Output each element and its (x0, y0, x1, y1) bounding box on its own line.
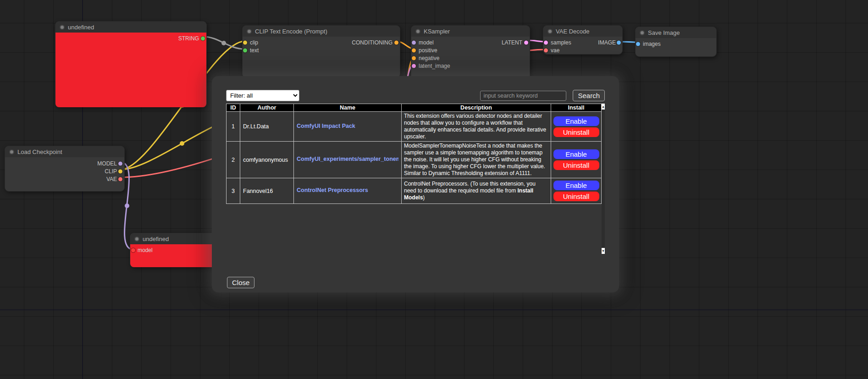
input-slot-label: latent_image (419, 63, 450, 69)
ext-description-text: ) (423, 194, 425, 201)
wire-midpoint-dot (221, 41, 226, 45)
collapse-dot-icon[interactable] (547, 29, 553, 34)
ext-id: 1 (227, 112, 240, 142)
wire-midpoint-dot (125, 203, 129, 208)
extension-row: 1 Dr.Lt.Data ComfyUI Impact Pack This ex… (227, 112, 602, 142)
node-error-body: STRING (55, 33, 206, 107)
node-title-bar[interactable]: undefined (55, 22, 206, 33)
model-output-slot[interactable] (118, 161, 122, 165)
node-save-image[interactable]: Save Image images filename_prefix ComfyU… (635, 27, 717, 57)
string-output-slot[interactable] (201, 36, 205, 40)
node-title-bar[interactable]: Load Checkpoint (5, 146, 124, 157)
images-input-slot[interactable] (636, 42, 640, 46)
custom-nodes-manager-dialog: Filter: all Search ID Author Name Descri… (212, 76, 619, 292)
node-title-bar[interactable]: CLIP Text Encode (Prompt) (243, 26, 400, 37)
model-input-slot[interactable] (412, 40, 416, 44)
input-slot-label: model (138, 247, 153, 253)
table-header-row: ID Author Name Description Install (227, 104, 602, 112)
table-scrollbar[interactable]: ▲ ▼ (602, 104, 605, 254)
collapse-dot-icon[interactable] (247, 29, 252, 34)
filter-select[interactable]: Filter: all (226, 90, 299, 101)
uninstall-button[interactable]: Uninstall (553, 127, 599, 137)
node-title-bar[interactable]: KSampler (411, 26, 530, 37)
output-slot-label: VAE (106, 176, 117, 182)
input-slot-label: images (643, 41, 661, 47)
node-undefined-bottom[interactable]: undefined model (130, 233, 221, 267)
collapse-dot-icon[interactable] (640, 30, 645, 35)
search-button[interactable]: Search (573, 90, 605, 101)
ext-name-link[interactable]: ControlNet Preprocessors (297, 187, 368, 193)
extensions-table-zone: ID Author Name Description Install 1 Dr.… (226, 104, 605, 254)
output-slot-label: CONDITIONING (352, 39, 400, 46)
node-vae-decode[interactable]: VAE Decode samples IMAGE vae (543, 25, 623, 55)
node-title-text: undefined (68, 24, 94, 31)
ext-description: This extension offers various detector n… (402, 112, 551, 142)
col-header-author: Author (240, 104, 294, 112)
node-title-bar[interactable]: Save Image (636, 27, 716, 38)
clip-input-slot[interactable] (243, 40, 247, 44)
node-title-text: KSampler (424, 28, 450, 35)
collapse-dot-icon[interactable] (9, 149, 14, 154)
vae-output-slot[interactable] (118, 177, 122, 181)
collapse-dot-icon[interactable] (415, 29, 420, 34)
node-title-text: VAE Decode (556, 28, 589, 35)
input-slot-label: positive (419, 47, 437, 54)
vae-input-slot[interactable] (544, 48, 548, 52)
latent-output-slot[interactable] (524, 40, 528, 44)
node-title-text: Load Checkpoint (17, 148, 62, 155)
positive-input-slot[interactable] (412, 48, 416, 52)
uninstall-button[interactable]: Uninstall (553, 192, 599, 201)
node-title-text: undefined (143, 236, 169, 242)
node-title-text: Save Image (648, 29, 680, 36)
output-slot-label: STRING (178, 35, 199, 42)
model-input-slot[interactable] (131, 248, 135, 252)
samples-input-slot[interactable] (544, 40, 548, 44)
image-output-slot[interactable] (617, 40, 621, 44)
node-clip-text-encode[interactable]: CLIP Text Encode (Prompt) clip CONDITION… (242, 25, 400, 78)
node-load-checkpoint[interactable]: Load Checkpoint MODEL CLIP VAE ◀ ckpt_na… (5, 146, 125, 192)
conditioning-output-slot[interactable] (394, 40, 398, 44)
col-header-install: Install (551, 104, 602, 112)
ext-description: ControlNet Preprocessors. (To use this e… (402, 178, 551, 204)
input-slot-label: model (419, 39, 434, 46)
node-error-body: model (130, 244, 221, 267)
close-button[interactable]: Close (227, 277, 254, 288)
scroll-down-icon[interactable]: ▼ (602, 248, 605, 254)
output-slot-label: MODEL (97, 160, 117, 167)
negative-input-slot[interactable] (412, 56, 416, 60)
input-slot-label: vae (551, 47, 559, 54)
latent-image-input-slot[interactable] (412, 64, 416, 68)
text-input-slot[interactable] (243, 48, 247, 52)
enable-button[interactable]: Enable (553, 149, 599, 159)
uninstall-button[interactable]: Uninstall (553, 160, 599, 170)
node-undefined-top[interactable]: undefined STRING (55, 21, 207, 107)
scrollbar-thumb[interactable] (602, 110, 605, 248)
ext-author: comfyanonymous (240, 142, 294, 178)
collapse-dot-icon[interactable] (134, 236, 139, 242)
ext-author: Dr.Lt.Data (240, 112, 294, 142)
col-header-description: Description (402, 104, 551, 112)
output-slot-label: CLIP (105, 168, 117, 175)
enable-button[interactable]: Enable (553, 116, 599, 126)
input-slot-label: negative (419, 55, 439, 61)
wire-midpoint-dot (180, 141, 184, 146)
node-ksampler[interactable]: KSampler model LATENT positive negative … (411, 25, 530, 80)
search-input[interactable] (480, 91, 566, 101)
input-slot-label: samples (551, 39, 571, 46)
col-header-name: Name (294, 104, 402, 112)
clip-output-slot[interactable] (118, 169, 122, 173)
ext-name-link[interactable]: ComfyUI Impact Pack (297, 123, 355, 129)
scroll-up-icon[interactable]: ▲ (602, 104, 605, 110)
enable-button[interactable]: Enable (553, 181, 599, 190)
node-title-bar[interactable]: VAE Decode (543, 26, 622, 37)
ext-author: Fannovel16 (240, 178, 294, 204)
ext-id: 2 (227, 142, 240, 178)
extension-row: 2 comfyanonymous ComfyUI_experiments/sam… (227, 142, 602, 178)
node-title-text: CLIP Text Encode (Prompt) (255, 28, 327, 35)
collapse-dot-icon[interactable] (60, 25, 65, 30)
col-header-id: ID (227, 104, 240, 112)
extensions-table: ID Author Name Description Install 1 Dr.… (226, 104, 602, 204)
ext-name-link[interactable]: ComfyUI_experiments/sampler_tonemap (297, 156, 398, 162)
ext-description: ModelSamplerTonemapNoiseTest a node that… (402, 142, 551, 178)
node-title-bar[interactable]: undefined (130, 233, 221, 244)
